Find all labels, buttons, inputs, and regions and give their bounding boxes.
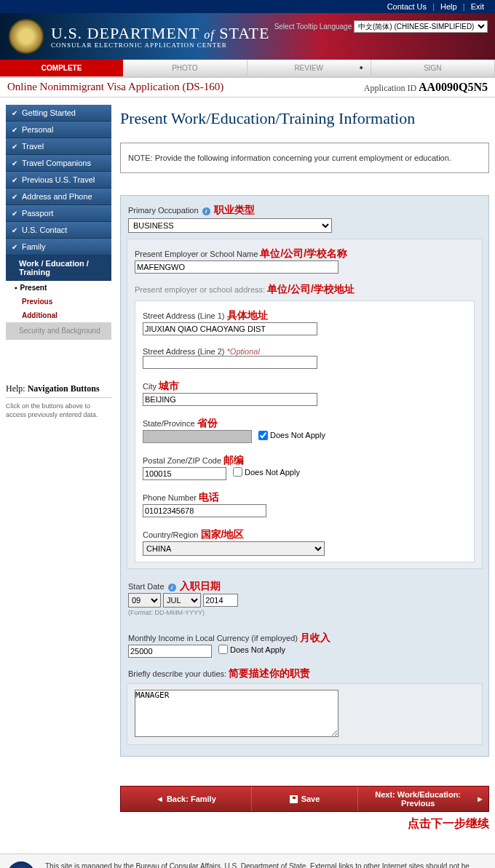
info-icon[interactable]: i [202,207,210,215]
state-input [143,430,252,443]
check-icon: ✔ [12,176,17,184]
sidebar-sub-previous[interactable]: Previous [6,295,111,308]
help-link[interactable]: Help [440,2,457,11]
city-input[interactable] [143,393,317,406]
income-input[interactable] [128,645,212,658]
sidebar-nav: ✔Getting Started ✔Personal ✔Travel ✔Trav… [6,105,111,419]
primary-occupation-select[interactable]: BUSINESS [128,218,332,233]
tab-sign[interactable]: SIGN [371,60,495,76]
annotation-start-date: 入职日期 [180,580,221,592]
help-box: Help: Navigation Buttons Click on the bu… [6,383,111,419]
triangle-left-icon: ◄ [156,795,164,803]
info-icon[interactable]: i [168,584,176,592]
footer-disclaimer: This site is managed by the Bureau of Co… [45,862,470,868]
start-date-label: Start Date [128,582,165,591]
format-hint: (Format: DD-MMM-YYYY) [128,609,481,616]
street2-label: Street Address (Line 2) [143,347,225,356]
annotation-next: 点击下一步继续 [120,816,489,832]
tab-review[interactable]: REVIEW [248,60,371,76]
state-label: State/Province [143,419,195,428]
annotation-employer-address: 单位/公司/学校地址 [267,283,355,295]
state-seal-icon [9,19,44,54]
postal-input[interactable] [143,467,226,480]
duties-textarea[interactable]: MANAGER [135,690,338,737]
application-title: Online Nonimmigrant Visa Application (DS… [7,81,223,94]
sidebar-item-family[interactable]: ✔Family [6,239,111,255]
tab-complete[interactable]: COMPLETE [0,60,123,76]
progress-tabs: COMPLETE PHOTO REVIEW SIGN [0,60,495,78]
phone-input[interactable] [143,504,266,517]
save-icon [290,795,298,803]
triangle-right-icon: ► [476,795,484,803]
country-label: Country/Region [143,530,198,539]
footer: C This site is managed by the Bureau of … [0,853,495,868]
postal-dna-checkbox[interactable] [233,467,242,477]
help-text: Click on the buttons above to access pre… [6,402,111,419]
optional-label: *Optional [227,347,260,356]
sidebar-item-address-phone[interactable]: ✔Address and Phone [6,188,111,205]
check-icon: ✔ [12,210,17,218]
check-icon: ✔ [12,243,17,251]
income-label: Monthly Income in Local Currency (if emp… [128,634,298,642]
next-button[interactable]: Next: Work/Education: Previous► [358,787,488,811]
application-id: AA0090Q5N5 [419,81,488,93]
sidebar-sub-additional[interactable]: Additional [6,308,111,322]
sidebar-item-travel-companions[interactable]: ✔Travel Companions [6,155,111,172]
primary-occupation-label: Primary Occupation [128,206,199,215]
check-icon: ✔ [12,126,17,134]
exit-link[interactable]: Exit [471,2,484,11]
postal-label: Postal Zone/ZIP Code [143,456,221,465]
tab-photo[interactable]: PHOTO [123,60,247,76]
application-id-label: Application ID [364,83,416,93]
annotation-primary-occupation: 职业类型 [214,204,255,215]
sidebar-item-getting-started[interactable]: ✔Getting Started [6,105,111,122]
nav-buttons: ◄Back: Family Save Next: Work/Education:… [120,786,489,812]
duties-label: Briefly describe your duties: [128,669,226,678]
tooltip-language-label: Select Tooltip Language [274,23,352,31]
annotation-income: 月收入 [300,632,330,643]
annotation-duties: 简要描述你的职责 [229,667,310,679]
annotation-state: 省份 [197,417,218,429]
check-icon: ✔ [12,109,17,117]
employer-input[interactable] [135,260,338,274]
top-links: Contact Us | Help | Exit [0,0,495,13]
annotation-employer: 单位/公司/学校名称 [260,247,347,259]
annotation-phone: 电话 [199,491,219,503]
sidebar-sub-present[interactable]: Present [6,281,111,295]
employer-label: Present Employer or School Name [135,250,258,258]
income-dna-checkbox[interactable] [218,645,228,654]
check-icon: ✔ [12,193,17,201]
start-year-input[interactable] [203,594,238,607]
country-select[interactable]: CHINA [143,541,325,556]
sidebar-item-personal[interactable]: ✔Personal [6,122,111,138]
contact-link[interactable]: Contact Us [387,2,427,11]
annotation-city: 城市 [159,380,179,391]
check-icon: ✔ [12,159,17,167]
check-icon: ✔ [12,143,17,151]
save-button[interactable]: Save [252,787,358,811]
sidebar-item-passport[interactable]: ✔Passport [6,205,111,222]
start-month-select[interactable]: JUL [163,593,201,608]
note-box: NOTE: Provide the following information … [120,143,489,173]
sidebar-item-travel[interactable]: ✔Travel [6,138,111,155]
annotation-street1: 具体地址 [227,309,268,321]
phone-label: Phone Number [143,493,197,502]
start-day-select[interactable]: 09 [128,593,161,608]
page-heading: Present Work/Education/Training Informat… [120,109,489,128]
city-label: City [143,382,157,391]
street1-input[interactable] [143,322,317,335]
employer-address-label: Present employer or school address: [135,285,265,294]
department-title: U.S. DEPARTMENT of STATE [51,24,269,43]
sidebar-sub-security: Security and Background [6,322,111,340]
back-button[interactable]: ◄Back: Family [121,787,252,811]
state-dna-checkbox[interactable] [258,431,268,440]
sidebar-item-previous-us-travel[interactable]: ✔Previous U.S. Travel [6,172,111,188]
tooltip-language-select[interactable]: 中文(简体) (CHINESE-SIMPLIFIED) [354,20,488,33]
annotation-country: 国家/地区 [201,528,245,540]
street2-input[interactable] [143,356,317,369]
sidebar-item-us-contact[interactable]: ✔U.S. Contact [6,222,111,239]
sidebar-item-work-education[interactable]: Work / Education / Training [6,255,111,281]
site-header: U.S. DEPARTMENT of STATE CONSULAR ELECTR… [0,13,495,60]
check-icon: ✔ [12,226,17,234]
street1-label: Street Address (Line 1) [143,311,225,320]
